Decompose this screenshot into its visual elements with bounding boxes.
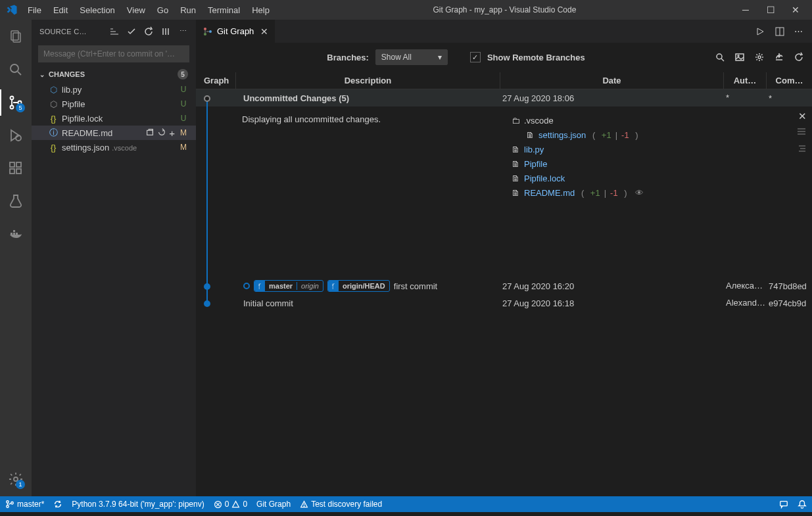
- status-test[interactable]: Test discovery failed: [300, 500, 382, 509]
- tree-file-settings[interactable]: 🗎 settings.json ( +1 | -1 ): [512, 128, 788, 142]
- commit-hash: e974cb9d: [766, 294, 812, 312]
- menu-view[interactable]: View: [122, 3, 151, 18]
- image-icon[interactable]: [734, 52, 745, 62]
- commit-detail: Displaying all uncommitted changes. ✕ 🗀 …: [196, 106, 812, 277]
- tree-view-icon[interactable]: [796, 143, 807, 154]
- col-description[interactable]: Description: [235, 72, 500, 89]
- ref-master[interactable]: ᚶmasterorigin: [254, 280, 323, 292]
- open-file-icon[interactable]: [145, 128, 155, 139]
- tab-close-icon[interactable]: ✕: [260, 26, 268, 37]
- menu-edit[interactable]: Edit: [48, 3, 73, 18]
- status-python[interactable]: Python 3.7.9 64-bit ('my_app': pipenv): [72, 500, 204, 509]
- reload-icon[interactable]: [794, 52, 804, 62]
- activity-extensions[interactable]: [0, 155, 32, 181]
- fetch-icon[interactable]: [774, 52, 784, 62]
- run-icon[interactable]: [755, 26, 765, 37]
- activity-settings[interactable]: 1: [0, 466, 32, 492]
- git-graph-icon: [203, 26, 213, 37]
- tree-file[interactable]: 🗎Pipfile: [512, 156, 788, 171]
- tree-folder-vscode[interactable]: 🗀 .vscode: [512, 113, 788, 128]
- menu-terminal[interactable]: Terminal: [203, 3, 245, 18]
- svg-rect-31: [736, 54, 744, 60]
- file-type-icon: {}: [47, 143, 59, 152]
- close-button[interactable]: ✕: [784, 2, 807, 18]
- commit-row[interactable]: Initial commit 27 Aug 2020 16:18 Alexand…: [196, 294, 812, 312]
- file-row[interactable]: {}settings.json.vscodeM: [32, 140, 196, 154]
- show-remote-label: Show Remote Branches: [487, 53, 585, 62]
- status-branch[interactable]: master*: [5, 500, 44, 509]
- changes-label: CHANGES: [49, 70, 85, 78]
- file-type-icon: ⓘ: [47, 127, 59, 139]
- ref-origin-head[interactable]: ᚶorigin/HEAD: [327, 280, 390, 292]
- tree-file[interactable]: 🗎lib.py: [512, 142, 788, 156]
- menu-bar: File Edit Selection View Go Run Terminal…: [22, 3, 275, 18]
- commit-desc: first commit: [394, 281, 437, 291]
- col-graph[interactable]: Graph: [196, 72, 235, 89]
- menu-file[interactable]: File: [22, 3, 47, 18]
- detail-close-icon[interactable]: ✕: [798, 110, 807, 122]
- file-row[interactable]: ⬡lib.pyU: [32, 82, 196, 97]
- file-row[interactable]: {}Pipfile.lockU: [32, 111, 196, 126]
- tree-file[interactable]: 🗎Pipfile.lock: [512, 171, 788, 185]
- col-commit[interactable]: Com…: [766, 72, 812, 89]
- search-icon[interactable]: [715, 52, 725, 62]
- svg-rect-10: [16, 169, 21, 174]
- stage-icon[interactable]: [160, 26, 171, 37]
- status-bell-icon[interactable]: [798, 500, 807, 509]
- status-git-graph[interactable]: Git Graph: [256, 500, 291, 509]
- menu-run[interactable]: Run: [175, 3, 201, 18]
- col-author[interactable]: Aut…: [723, 72, 766, 89]
- branches-select[interactable]: Show All ▾: [375, 49, 448, 65]
- commit-date: 27 Aug 2020 16:20: [500, 277, 723, 294]
- activity-docker[interactable]: [0, 221, 32, 247]
- activity-explorer[interactable]: [0, 24, 32, 50]
- sidebar-title: SOURCE C…: [39, 28, 109, 35]
- menu-go[interactable]: Go: [152, 3, 174, 18]
- activity-search[interactable]: [0, 57, 32, 83]
- col-date[interactable]: Date: [500, 72, 723, 89]
- eye-icon[interactable]: 👁: [635, 188, 644, 198]
- commit-icon[interactable]: [126, 26, 137, 37]
- split-icon[interactable]: [775, 26, 785, 37]
- maximize-button[interactable]: ☐: [759, 2, 782, 18]
- activity-scm[interactable]: 5: [0, 89, 32, 116]
- svg-point-24: [204, 28, 206, 30]
- vscode-logo-icon: [5, 3, 18, 16]
- svg-point-2: [11, 64, 18, 72]
- title-bar: File Edit Selection View Go Run Terminal…: [0, 0, 812, 20]
- commit-message-input[interactable]: [38, 45, 189, 62]
- activity-bar: 5 1: [0, 20, 32, 496]
- tree-file-readme[interactable]: 🗎 README.md ( +1 | -1 ) 👁: [512, 185, 788, 200]
- stage-file-icon[interactable]: +: [169, 128, 175, 139]
- folder-icon: 🗀: [512, 116, 520, 126]
- commit-row[interactable]: ᚶmasterorigin ᚶorigin/HEAD first commit …: [196, 277, 812, 294]
- chevron-down-icon: ⌄: [39, 71, 45, 78]
- status-sync[interactable]: [53, 500, 62, 509]
- more-icon[interactable]: ⋯: [178, 26, 188, 37]
- svg-line-30: [721, 59, 724, 61]
- file-icon: 🗎: [512, 188, 520, 198]
- commit-row-uncommitted[interactable]: Uncommitted Changes (5) 27 Aug 2020 18:0…: [196, 89, 812, 106]
- status-bar: master* Python 3.7.9 64-bit ('my_app': p…: [0, 496, 812, 512]
- more-actions-icon[interactable]: ⋯: [794, 26, 803, 36]
- svg-rect-12: [11, 233, 12, 235]
- minimize-button[interactable]: ─: [734, 2, 757, 18]
- tab-git-graph[interactable]: Git Graph ✕: [196, 20, 275, 43]
- show-remote-checkbox[interactable]: [470, 52, 481, 62]
- status-problems[interactable]: 0 0: [214, 500, 247, 509]
- discard-icon[interactable]: [157, 128, 166, 139]
- refresh-icon[interactable]: [143, 26, 154, 37]
- file-row[interactable]: ⓘREADME.md+M: [32, 126, 196, 140]
- uncommitted-author: *: [723, 89, 766, 106]
- menu-help[interactable]: Help: [247, 3, 275, 18]
- file-name: settings.json.vscode: [62, 143, 179, 152]
- menu-selection[interactable]: Selection: [74, 3, 120, 18]
- status-feedback-icon[interactable]: [779, 500, 788, 509]
- file-row[interactable]: ⬡PipfileU: [32, 97, 196, 111]
- activity-run[interactable]: [0, 122, 32, 149]
- view-tree-icon[interactable]: [109, 26, 120, 37]
- settings-icon[interactable]: [754, 52, 765, 62]
- activity-test[interactable]: [0, 188, 32, 214]
- list-view-icon[interactable]: [796, 126, 807, 137]
- changes-section[interactable]: ⌄ CHANGES 5: [32, 66, 196, 82]
